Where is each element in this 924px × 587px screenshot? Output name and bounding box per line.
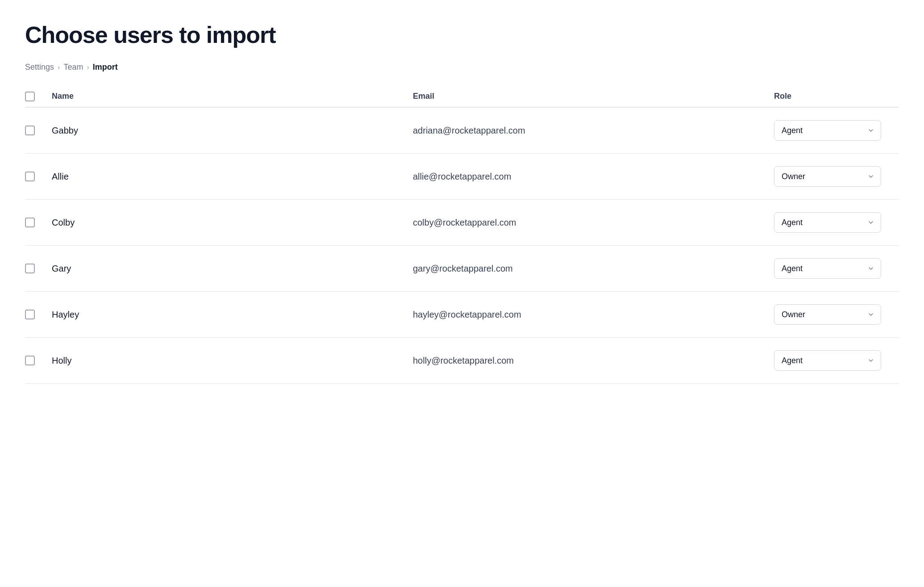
row-email: holly@rocketapparel.com: [413, 356, 774, 366]
header-checkbox-cell[interactable]: [25, 92, 52, 101]
page-title: Choose users to import: [25, 21, 899, 48]
breadcrumb-separator-2: ›: [87, 63, 89, 71]
row-checkbox-cell[interactable]: [25, 218, 52, 227]
row-email: hayley@rocketapparel.com: [413, 310, 774, 320]
row-email: adriana@rocketapparel.com: [413, 126, 774, 136]
row-checkbox-2[interactable]: [25, 172, 35, 181]
row-name: Gabby: [52, 126, 413, 136]
role-select-4[interactable]: AgentOwnerAdmin: [774, 258, 881, 279]
row-checkbox-6[interactable]: [25, 356, 35, 365]
role-select-6[interactable]: AgentOwnerAdmin: [774, 350, 881, 371]
row-email: colby@rocketapparel.com: [413, 218, 774, 228]
row-name: Hayley: [52, 310, 413, 320]
role-select-3[interactable]: AgentOwnerAdmin: [774, 212, 881, 233]
header-name: Name: [52, 92, 413, 101]
breadcrumb-import: Import: [93, 63, 118, 72]
role-select-5[interactable]: AgentOwnerAdmin: [774, 304, 881, 325]
breadcrumb: Settings › Team › Import: [25, 63, 899, 72]
table-row: Allieallie@rocketapparel.comAgentOwnerAd…: [25, 154, 899, 200]
row-checkbox-cell[interactable]: [25, 356, 52, 365]
users-table: Name Email Role Gabbyadriana@rocketappar…: [25, 86, 899, 384]
table-header: Name Email Role: [25, 86, 899, 108]
row-name: Colby: [52, 218, 413, 228]
row-role-cell[interactable]: AgentOwnerAdmin: [774, 258, 899, 279]
row-checkbox-1[interactable]: [25, 126, 35, 135]
table-row: Gabbyadriana@rocketapparel.comAgentOwner…: [25, 108, 899, 154]
table-row: Garygary@rocketapparel.comAgentOwnerAdmi…: [25, 246, 899, 292]
row-checkbox-3[interactable]: [25, 218, 35, 227]
table-row: Colbycolby@rocketapparel.comAgentOwnerAd…: [25, 200, 899, 246]
header-email: Email: [413, 92, 774, 101]
breadcrumb-separator-1: ›: [58, 63, 60, 71]
row-role-cell[interactable]: AgentOwnerAdmin: [774, 212, 899, 233]
row-checkbox-5[interactable]: [25, 310, 35, 319]
row-checkbox-cell[interactable]: [25, 126, 52, 135]
row-email: allie@rocketapparel.com: [413, 172, 774, 182]
table-body: Gabbyadriana@rocketapparel.comAgentOwner…: [25, 108, 899, 384]
row-name: Allie: [52, 172, 413, 182]
role-select-1[interactable]: AgentOwnerAdmin: [774, 120, 881, 141]
role-select-2[interactable]: AgentOwnerAdmin: [774, 166, 881, 187]
row-role-cell[interactable]: AgentOwnerAdmin: [774, 304, 899, 325]
row-checkbox-cell[interactable]: [25, 264, 52, 273]
row-role-cell[interactable]: AgentOwnerAdmin: [774, 120, 899, 141]
table-row: Hollyholly@rocketapparel.comAgentOwnerAd…: [25, 338, 899, 384]
row-checkbox-4[interactable]: [25, 264, 35, 273]
row-checkbox-cell[interactable]: [25, 310, 52, 319]
breadcrumb-team[interactable]: Team: [63, 63, 83, 72]
row-name: Holly: [52, 356, 413, 366]
row-email: gary@rocketapparel.com: [413, 264, 774, 274]
row-role-cell[interactable]: AgentOwnerAdmin: [774, 166, 899, 187]
table-row: Hayleyhayley@rocketapparel.comAgentOwner…: [25, 292, 899, 338]
header-role: Role: [774, 92, 899, 101]
breadcrumb-settings[interactable]: Settings: [25, 63, 54, 72]
select-all-checkbox[interactable]: [25, 92, 35, 101]
row-name: Gary: [52, 264, 413, 274]
row-checkbox-cell[interactable]: [25, 172, 52, 181]
row-role-cell[interactable]: AgentOwnerAdmin: [774, 350, 899, 371]
